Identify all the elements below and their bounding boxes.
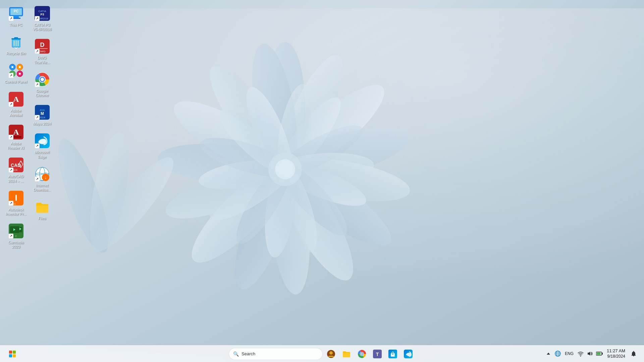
chrome-taskbar-btn[interactable] — [355, 347, 369, 361]
windows-logo-icon — [9, 351, 16, 357]
language-indicator[interactable]: ENG — [563, 350, 575, 358]
svg-text:↓: ↓ — [44, 175, 47, 180]
shortcut-arrow: ↗ — [9, 201, 13, 205]
shortcut-arrow: ↗ — [35, 49, 40, 54]
camtasia-icon: C ↗ — [8, 223, 24, 239]
shortcut-arrow: ↗ — [9, 73, 13, 78]
desktop-icon-autocad[interactable]: CAD 2024 ↗ AutoCAD 2024 – ... — [3, 155, 29, 185]
desktop-icon-inventor[interactable]: I PRO ↗ Autodesk Inventor Pr... — [3, 188, 29, 218]
svg-rect-116 — [602, 353, 603, 355]
cortana-button[interactable] — [324, 347, 338, 361]
svg-text:I: I — [15, 193, 17, 203]
shortcut-arrow: ↗ — [35, 177, 40, 181]
chrome-icon: ↗ — [34, 71, 50, 87]
inventor-icon: I PRO ↗ — [8, 190, 24, 206]
desktop-icon-ms-edge[interactable]: ↗ Microsoft Edge — [30, 131, 55, 161]
ms-edge-icon: ↗ — [34, 133, 50, 149]
svg-text:PC: PC — [14, 9, 18, 13]
taskbar: 🔍 Search — [0, 345, 644, 362]
svg-text:P3: P3 — [40, 13, 44, 16]
cortana-icon — [327, 350, 335, 358]
shortcut-arrow: ↗ — [35, 143, 40, 148]
volume-icon — [587, 351, 593, 357]
desktop-icon-catia[interactable]: CATIA P3 V5-6R2018 ↗ CATIA P3 V5-6R2018 — [30, 3, 55, 34]
shortcut-arrow: ↗ — [35, 16, 40, 21]
wifi-icon-btn[interactable] — [577, 350, 585, 358]
control-panel-icon: ↗ — [8, 62, 24, 78]
file-explorer-taskbar-btn[interactable] — [339, 347, 354, 361]
win-logo-blue — [9, 354, 12, 357]
desktop-icon-files[interactable]: Files — [30, 197, 55, 223]
desktop-icon-recycle-bin[interactable]: Recycle Bin — [3, 32, 29, 58]
show-hidden-icons-btn[interactable] — [544, 350, 552, 358]
svg-rect-104 — [391, 353, 395, 357]
battery-icon-btn[interactable] — [595, 350, 603, 358]
desktop-icon-adobe-acrobat[interactable]: A ↗ Adobe Acrobat — [3, 89, 29, 119]
autocad-icon: CAD 2024 ↗ — [8, 157, 24, 173]
desktop-icon-internet-dl[interactable]: ↓ ↗ Internet Downloa... — [30, 164, 55, 194]
desktop-icon-camtasia[interactable]: C ↗ Camtasia 2023 — [3, 221, 29, 251]
teams-taskbar-btn[interactable]: T — [370, 347, 384, 361]
desktop-icon-this-pc[interactable]: PC ↗ This PC — [3, 3, 29, 29]
desktop-icon-dwg[interactable]: D DWG ↗ DWG TrueVie... — [30, 36, 55, 66]
shortcut-arrow: ↗ — [9, 102, 13, 107]
search-icon: 🔍 — [233, 351, 239, 357]
search-bar[interactable]: 🔍 Search — [229, 348, 323, 360]
files-icon — [34, 199, 50, 215]
svg-text:T: T — [376, 352, 379, 357]
svg-rect-105 — [392, 354, 393, 355]
files-label: Files — [38, 216, 46, 221]
shortcut-arrow: ↗ — [35, 115, 40, 120]
svg-text:A: A — [13, 128, 19, 136]
camtasia-label: Camtasia 2023 — [5, 240, 27, 249]
svg-rect-38 — [13, 16, 19, 18]
notification-icon — [631, 351, 636, 357]
start-button[interactable] — [5, 347, 19, 361]
battery-icon — [596, 351, 603, 356]
svg-text:C: C — [15, 235, 17, 238]
ms-edge-label: Microsoft Edge — [31, 150, 53, 159]
notification-btn[interactable] — [629, 349, 639, 359]
svg-point-113 — [580, 356, 581, 357]
svg-text:A: A — [13, 95, 19, 104]
store-icon — [388, 350, 397, 358]
svg-marker-107 — [547, 353, 550, 355]
time-display: 11:27 AM — [607, 348, 625, 354]
desktop-icon-chrome[interactable]: ↗ Google Chrome — [30, 69, 55, 100]
svg-point-52 — [19, 66, 21, 68]
edge-taskbar-btn[interactable] — [401, 347, 415, 361]
inventor-label: Autodesk Inventor Pr... — [5, 207, 27, 216]
store-taskbar-btn[interactable] — [386, 347, 400, 361]
dwg-label: DWG TrueVie... — [31, 56, 53, 64]
catia-label: CATIA P3 V5-6R2018 — [31, 23, 53, 32]
svg-marker-114 — [588, 352, 590, 356]
autocad-label: AutoCAD 2024 – ... — [5, 174, 27, 183]
win-logo-yellow — [13, 354, 16, 357]
network-icon-btn[interactable] — [554, 350, 562, 358]
desktop: PC ↗ This PC Recycle Bin — [0, 0, 644, 362]
recycle-bin-icon — [8, 34, 24, 50]
file-explorer-icon — [342, 350, 351, 358]
chevron-up-icon — [546, 352, 550, 356]
language-text: ENG — [565, 351, 574, 356]
svg-text:DWG: DWG — [39, 50, 46, 53]
shortcut-arrow: ↗ — [9, 234, 13, 238]
taskbar-center: 🔍 Search — [229, 347, 415, 361]
svg-point-100 — [361, 353, 363, 355]
adobe-acrobat-label: Adobe Acrobat — [5, 109, 27, 117]
shortcut-arrow: ↗ — [35, 82, 40, 87]
internet-dl-icon: ↓ ↗ — [34, 166, 50, 182]
date-display: 9/18/2024 — [607, 354, 625, 359]
desktop-icon-adobe-reader[interactable]: A ↗ Adobe Reader XI — [3, 122, 29, 152]
chrome-label: Google Chrome — [31, 89, 53, 98]
desktop-icon-maya[interactable]: AYA M 2024 ↗ Maya 2024 — [30, 102, 55, 128]
svg-text:CATIA: CATIA — [38, 10, 46, 13]
svg-text:M: M — [41, 111, 44, 116]
desktop-icon-control-panel[interactable]: ↗ Control Panel — [3, 60, 29, 86]
volume-icon-btn[interactable] — [586, 350, 594, 358]
recycle-bin-label: Recycle Bin — [6, 51, 25, 56]
clock[interactable]: 11:27 AM 9/18/2024 — [605, 348, 627, 360]
win-logo-green — [13, 351, 16, 354]
maya-label: Maya 2024 — [33, 122, 51, 126]
svg-rect-43 — [14, 37, 18, 39]
